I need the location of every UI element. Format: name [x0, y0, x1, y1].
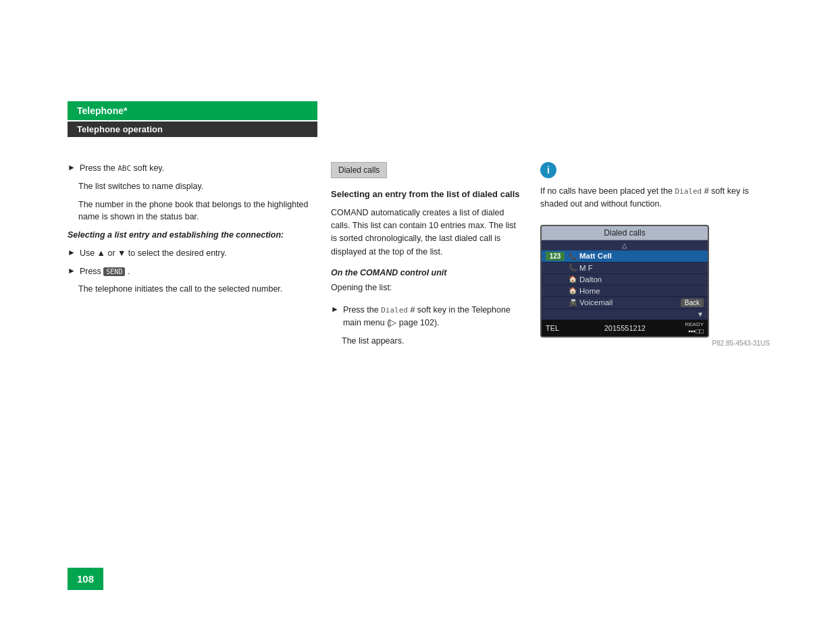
status-number: 2015551212 [565, 324, 685, 332]
bullet-text-3: Press SEND . [80, 265, 130, 278]
screen-down-row: ▼ [542, 309, 708, 320]
screen-row-icon-4: 🏠 [569, 287, 577, 294]
screen-row-num: 123 [546, 252, 565, 261]
title-banner: Telephone* [68, 101, 317, 120]
info-icon-letter: i [547, 165, 550, 176]
bullet-arrow-2: ► [68, 248, 76, 257]
middle-column: Dialed calls Selecting an entry from the… [331, 162, 520, 353]
screen-down-arrow: ▼ [697, 311, 704, 318]
indent-text-2: The number in the phone book that belong… [78, 198, 311, 224]
screen-row-3: 🏠 Dalton [542, 274, 708, 286]
info-key-dialed: Dialed [675, 187, 702, 196]
section-body-1: COMAND automatically creates a list of d… [331, 207, 520, 259]
info-icon: i [540, 162, 556, 178]
screen-row-icon-1: 📞 [569, 252, 577, 260]
middle-bullet-text-1: Press the Dialed # soft key in the Telep… [343, 304, 520, 329]
bullet-arrow-3: ► [68, 266, 76, 275]
sub-heading: On the COMAND control unit [331, 268, 520, 277]
screen-up-arrow: △ [542, 240, 708, 250]
bullet-text-1: Press the ABC soft key. [80, 162, 164, 175]
key-dialed: Dialed [381, 306, 408, 315]
screen-caption: P82.85-4543-31US [540, 340, 770, 347]
bullet-text-2: Use ▲ or ▼ to select the desired entry. [80, 247, 227, 260]
screen-row-text-4: Home [579, 287, 600, 295]
info-text: If no calls have been placed yet the Dia… [540, 185, 770, 211]
page-number: 108 [68, 568, 103, 590]
back-button[interactable]: Back [681, 298, 704, 307]
screen-row-1: 123 📞 Matt Cell [542, 250, 708, 263]
screen-row-text-5: Voicemail [579, 298, 613, 306]
status-tel: TEL [546, 324, 559, 332]
device-screen: Dialed calls △ 123 📞 Matt Cell 📞 M F 🏠 D… [540, 225, 709, 338]
right-column: i If no calls have been placed yet the D… [540, 162, 770, 347]
screen-title-bar: Dialed calls [542, 226, 708, 240]
header-block: Telephone* Telephone operation [68, 101, 317, 149]
bullet-arrow-1: ► [68, 163, 76, 172]
middle-bullet-arrow-1: ► [331, 304, 339, 314]
screen-row-icon-5: 📠 [569, 299, 577, 306]
screen-row-5: 📠 Voicemail Back [542, 297, 708, 309]
left-column: ► Press the ABC soft key. The list switc… [68, 162, 311, 301]
section-body-2: Opening the list: [331, 281, 520, 294]
screen-row-2: 📞 M F [542, 263, 708, 274]
key-abc: ABC [118, 164, 131, 173]
screen-row-text-2: M F [579, 264, 593, 272]
bullet-item-1: ► Press the ABC soft key. [68, 162, 311, 175]
status-bars: ▪▪▪□□ [688, 327, 704, 335]
key-send: SEND [103, 267, 125, 276]
section-heading: Selecting a list entry and establishing … [68, 229, 311, 242]
screen-row-text-1: Matt Cell [579, 252, 612, 260]
subtitle-banner: Telephone operation [68, 122, 317, 137]
screen-row-text-3: Dalton [579, 275, 602, 284]
status-ready-label: READY [685, 321, 704, 327]
indent-text-1: The list switches to name display. [78, 180, 311, 193]
bullet-item-2: ► Use ▲ or ▼ to select the desired entry… [68, 247, 311, 260]
section-title: Selecting an entry from the list of dial… [331, 188, 520, 201]
indent-text-4: The list appears. [342, 335, 520, 348]
status-ready: READY ▪▪▪□□ [685, 321, 704, 335]
screen-status-bar: TEL 2015551212 READY ▪▪▪□□ [542, 320, 708, 336]
screen-row-icon-2: 📞 [569, 264, 577, 271]
screen-row-4: 🏠 Home [542, 286, 708, 297]
screen-row-icon-3: 🏠 [569, 275, 577, 283]
middle-bullet-1: ► Press the Dialed # soft key in the Tel… [331, 304, 520, 329]
section-tab: Dialed calls [331, 162, 387, 178]
indent-text-3: The telephone initiates the call to the … [78, 283, 311, 296]
bullet-item-3: ► Press SEND . [68, 265, 311, 278]
